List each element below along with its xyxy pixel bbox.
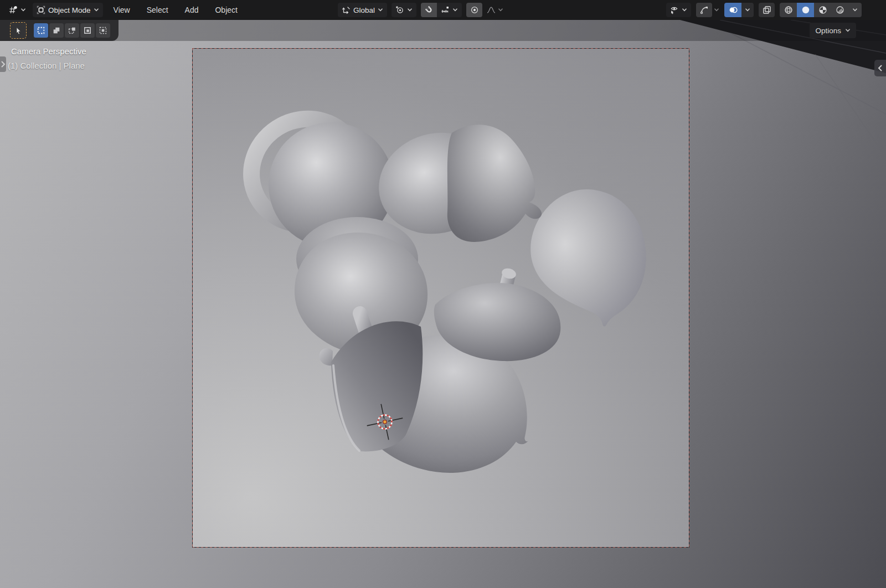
tool-settings-bar: Options: [0, 20, 886, 41]
menu-view[interactable]: View: [107, 6, 136, 14]
chevron-down-icon[interactable]: [498, 8, 503, 12]
viewport-3d[interactable]: Camera Perspective (1) Collection | Plan…: [0, 20, 886, 588]
shading-mode-group: [780, 3, 862, 17]
menu-select[interactable]: Select: [141, 6, 174, 14]
active-tool-tweak-button[interactable]: [10, 22, 27, 39]
pivot-point-icon: [395, 6, 404, 14]
shading-material-preview-button[interactable]: [814, 3, 831, 17]
object-visibility-dropdown[interactable]: [666, 3, 691, 17]
material-preview-icon: [818, 6, 827, 14]
object-mode-icon: [37, 6, 45, 14]
scene-objects: [193, 49, 689, 547]
chevron-down-icon: [682, 8, 687, 12]
snap-increment-icon: [441, 6, 450, 14]
orientation-label: Global: [353, 6, 375, 14]
editor-type-button[interactable]: [7, 3, 28, 17]
chevron-down-icon: [20, 8, 26, 12]
camera-border-left: [192, 48, 193, 548]
shading-rendered-button[interactable]: [831, 3, 848, 17]
overlays-controls: [724, 3, 754, 17]
magnet-icon: [425, 6, 434, 14]
view-label: Camera Perspective: [11, 47, 86, 56]
orientation-axes-icon: [342, 6, 351, 14]
overlays-dropdown[interactable]: [741, 3, 754, 17]
tool-cluster: [0, 20, 119, 41]
select-mode-group: [34, 23, 110, 38]
toolbar-expand-tab[interactable]: [0, 56, 6, 72]
set-select-icon: [37, 26, 45, 35]
falloff-curve-icon[interactable]: [487, 6, 496, 14]
camera-border-right: [689, 48, 689, 548]
transform-orientation-dropdown[interactable]: Global: [338, 3, 387, 17]
gizmo-icon: [700, 6, 709, 14]
chevron-down-icon: [852, 8, 858, 12]
menu-add[interactable]: Add: [179, 6, 205, 14]
subtract-select-icon: [68, 26, 76, 35]
blender-window: Camera Perspective (1) Collection | Plan…: [0, 0, 886, 588]
camera-border-bottom: [192, 547, 689, 548]
shading-dropdown[interactable]: [848, 3, 862, 17]
shading-solid-button[interactable]: [797, 3, 814, 17]
mode-dropdown[interactable]: Object Mode: [33, 3, 103, 17]
wireframe-icon: [784, 6, 793, 14]
snapping-controls: [421, 3, 462, 17]
select-mode-intersect-button[interactable]: [96, 23, 110, 38]
chevron-down-icon: [745, 8, 750, 12]
gizmos-toggle[interactable]: [696, 3, 712, 17]
select-mode-extend-button[interactable]: [49, 23, 64, 38]
viewport-header: Object Mode View Select Add Object Globa…: [0, 0, 886, 20]
gizmo-controls: [696, 3, 719, 17]
scene-breadcrumb: (1) Collection | Plane: [8, 61, 85, 70]
chevron-down-icon[interactable]: [714, 8, 719, 12]
extend-select-icon: [52, 26, 61, 35]
xray-toggle[interactable]: [759, 3, 775, 17]
rendered-icon: [836, 6, 844, 14]
intersect-select-icon: [99, 26, 107, 35]
camera-border-top: [192, 48, 689, 49]
overlays-icon: [729, 6, 738, 14]
pivot-point-dropdown[interactable]: [392, 3, 416, 17]
sidebar-expand-tab[interactable]: [874, 60, 886, 76]
solid-icon: [801, 6, 810, 14]
viewport-editor-icon: [9, 6, 18, 14]
options-dropdown[interactable]: Options: [810, 23, 856, 38]
snap-target-dropdown[interactable]: [437, 3, 462, 17]
chevron-down-icon: [94, 8, 99, 12]
invert-select-icon: [83, 26, 92, 35]
proportional-editing-controls: [466, 3, 503, 17]
select-mode-invert-button[interactable]: [80, 23, 95, 38]
shading-wireframe-button[interactable]: [780, 3, 797, 17]
object-acorn-lying-cap[interactable]: [447, 125, 542, 242]
chevron-down-icon: [845, 28, 851, 33]
options-label: Options: [815, 27, 841, 35]
show-object-types-eye-icon: [670, 6, 679, 14]
snap-toggle-button[interactable]: [421, 3, 437, 17]
tweak-select-cursor-icon: [14, 26, 23, 35]
xray-toggle-icon: [763, 6, 771, 14]
chevron-right-icon: [1, 61, 6, 68]
overlays-toggle[interactable]: [724, 3, 741, 17]
camera-view-frame[interactable]: [193, 49, 689, 547]
chevron-down-icon: [378, 8, 383, 12]
chevron-left-icon: [878, 65, 883, 71]
select-mode-subtract-button[interactable]: [65, 23, 79, 38]
proportional-editing-toggle[interactable]: [466, 3, 482, 17]
mode-label: Object Mode: [48, 6, 91, 14]
select-mode-set-button[interactable]: [34, 23, 48, 38]
menu-object[interactable]: Object: [209, 6, 243, 14]
chevron-down-icon: [452, 8, 458, 12]
chevron-down-icon: [407, 8, 413, 12]
proportional-editing-icon: [470, 6, 479, 14]
